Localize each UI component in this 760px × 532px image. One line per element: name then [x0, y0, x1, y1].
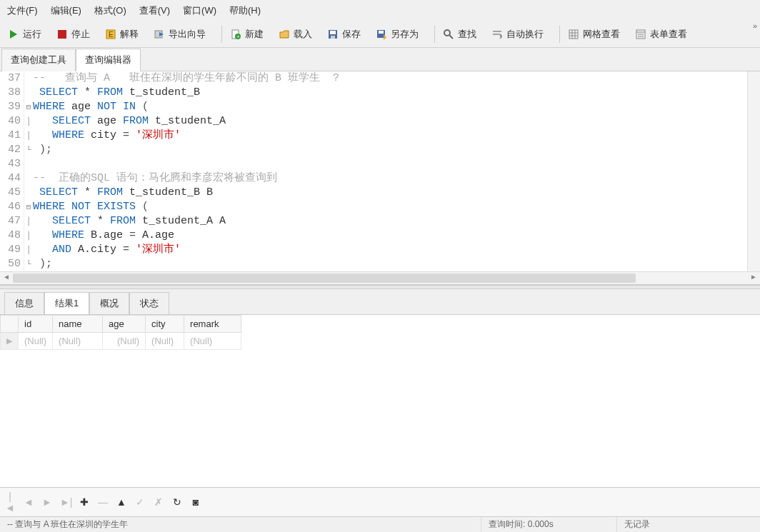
- form-icon: [634, 28, 647, 41]
- line-number: 38: [0, 86, 21, 100]
- save-label: 保存: [342, 28, 361, 41]
- grid-cell[interactable]: (Null): [103, 333, 146, 350]
- code-line[interactable]: WHERE age NOT IN (: [33, 100, 760, 114]
- nav-first-icon[interactable]: |◄: [4, 491, 16, 513]
- grid-view-label: 网格查看: [583, 28, 620, 41]
- find-button[interactable]: 查找: [439, 26, 479, 42]
- nav-cancel-icon[interactable]: ✗: [153, 496, 164, 508]
- column-header[interactable]: age: [103, 316, 146, 333]
- code-line[interactable]: SELECT age FROM t_student_A: [33, 114, 760, 129]
- tab-profile[interactable]: 概况: [89, 292, 129, 314]
- explain-button[interactable]: E 解释: [101, 26, 141, 42]
- fold-marker: [24, 171, 33, 186]
- fold-gutter[interactable]: ⊟││└⊟│││└: [24, 71, 33, 271]
- result-grid[interactable]: idnameagecityremark▶(Null)(Null)(Null)(N…: [0, 314, 760, 487]
- nav-commit-icon[interactable]: ✓: [134, 496, 146, 508]
- nav-prev-icon[interactable]: ◄: [23, 496, 34, 508]
- save-as-label: 另存为: [391, 28, 419, 41]
- menu-help[interactable]: 帮助(H): [226, 3, 264, 19]
- stop-button[interactable]: 停止: [53, 26, 93, 42]
- menu-file[interactable]: 文件(F): [4, 3, 41, 19]
- horizontal-scrollbar[interactable]: [0, 271, 760, 284]
- tab-result1[interactable]: 结果1: [44, 292, 89, 314]
- nav-stop-icon[interactable]: ◙: [190, 496, 201, 508]
- save-icon: [326, 28, 339, 41]
- menu-window[interactable]: 窗口(W): [180, 3, 219, 19]
- form-view-button[interactable]: 表单查看: [631, 26, 690, 42]
- export-icon: [153, 28, 166, 41]
- save-as-button[interactable]: 另存为: [372, 26, 421, 42]
- column-header[interactable]: id: [19, 316, 53, 333]
- export-wizard-button[interactable]: 导出向导: [150, 26, 209, 42]
- menu-format[interactable]: 格式(O): [91, 3, 129, 19]
- line-number: 47: [0, 214, 21, 229]
- column-header[interactable]: name: [53, 316, 103, 333]
- code-line[interactable]: SELECT * FROM t_student_A A: [33, 214, 760, 229]
- svg-text:E: E: [109, 31, 114, 39]
- code-line[interactable]: [33, 157, 760, 171]
- code-line[interactable]: AND A.city = '深圳市': [33, 243, 760, 257]
- run-button[interactable]: 运行: [4, 26, 44, 42]
- code-line[interactable]: WHERE city = '深圳市': [33, 129, 760, 143]
- fold-marker[interactable]: ⊟: [24, 100, 33, 114]
- code-line[interactable]: SELECT * FROM t_student_B B: [33, 186, 760, 200]
- svg-point-13: [444, 30, 450, 36]
- tab-status[interactable]: 状态: [129, 292, 169, 314]
- new-button[interactable]: + 新建: [226, 26, 266, 42]
- grid-view-button[interactable]: 网格查看: [564, 26, 623, 42]
- vertical-scrollbar[interactable]: [747, 71, 760, 271]
- nav-last-icon[interactable]: ►|: [60, 496, 71, 508]
- status-query-time: 查询时间: 0.000s: [481, 517, 617, 532]
- fold-marker: [24, 86, 33, 100]
- column-header[interactable]: remark: [184, 316, 241, 333]
- fold-marker: │: [24, 229, 33, 243]
- code-line[interactable]: );: [33, 143, 760, 157]
- menu-view[interactable]: 查看(V): [136, 3, 173, 19]
- line-number: 39: [0, 100, 21, 114]
- nav-add-icon[interactable]: ✚: [79, 496, 90, 508]
- result-tabstrip: 信息 结果1 概况 状态: [0, 289, 760, 314]
- grid-cell[interactable]: (Null): [53, 333, 103, 350]
- nav-next-icon[interactable]: ►: [41, 496, 53, 508]
- grid-nav-toolbar: |◄ ◄ ► ►| ✚ — ▲ ✓ ✗ ↻ ◙: [0, 487, 760, 516]
- tab-query-builder[interactable]: 查询创建工具: [1, 49, 76, 71]
- nav-refresh-icon[interactable]: ↻: [171, 496, 183, 508]
- tab-query-editor[interactable]: 查询编辑器: [76, 49, 141, 71]
- svg-rect-9: [330, 31, 336, 34]
- save-button[interactable]: 保存: [324, 26, 364, 42]
- search-icon: [442, 28, 455, 41]
- play-icon: [7, 28, 20, 41]
- nav-edit-icon[interactable]: ▲: [116, 496, 127, 508]
- overflow-chevron-icon[interactable]: »: [753, 21, 757, 30]
- fold-marker[interactable]: ⊟: [24, 200, 33, 214]
- grid-cell[interactable]: (Null): [184, 333, 241, 350]
- svg-rect-15: [569, 30, 578, 39]
- line-number-gutter: 3738394041424344454647484950: [0, 71, 24, 271]
- sql-editor[interactable]: 3738394041424344454647484950 ⊟││└⊟│││└ -…: [0, 71, 760, 285]
- code-line[interactable]: WHERE NOT EXISTS (: [33, 200, 760, 214]
- code-line[interactable]: SELECT * FROM t_student_B: [33, 86, 760, 100]
- auto-wrap-button[interactable]: 自动换行: [488, 26, 546, 42]
- load-button[interactable]: 载入: [275, 26, 315, 42]
- code-line[interactable]: -- 查询与 A 班住在深圳的学生年龄不同的 B 班学生 ?: [33, 71, 760, 86]
- column-header[interactable]: city: [146, 316, 184, 333]
- load-label: 载入: [294, 28, 312, 41]
- table-row[interactable]: ▶(Null)(Null)(Null)(Null)(Null): [1, 333, 241, 350]
- line-number: 41: [0, 129, 21, 143]
- fold-marker: [24, 157, 33, 171]
- row-marker-icon: ▶: [1, 333, 19, 350]
- code-line[interactable]: -- 正确的SQL 语句：马化腾和李彦宏将被查询到: [33, 171, 760, 186]
- code-line[interactable]: );: [33, 257, 760, 271]
- scrollbar-thumb[interactable]: [13, 273, 636, 283]
- code-body[interactable]: -- 查询与 A 班住在深圳的学生年龄不同的 B 班学生 ? SELECT * …: [33, 71, 760, 271]
- grid-cell[interactable]: (Null): [19, 333, 53, 350]
- nav-delete-icon[interactable]: —: [97, 496, 109, 508]
- tab-info[interactable]: 信息: [4, 292, 44, 314]
- code-line[interactable]: WHERE B.age = A.age: [33, 229, 760, 243]
- fold-marker: [24, 71, 33, 86]
- grid-cell[interactable]: (Null): [146, 333, 184, 350]
- find-label: 查找: [458, 28, 476, 41]
- run-label: 运行: [23, 28, 41, 41]
- export-wizard-label: 导出向导: [169, 28, 206, 41]
- menu-edit[interactable]: 编辑(E): [48, 3, 84, 19]
